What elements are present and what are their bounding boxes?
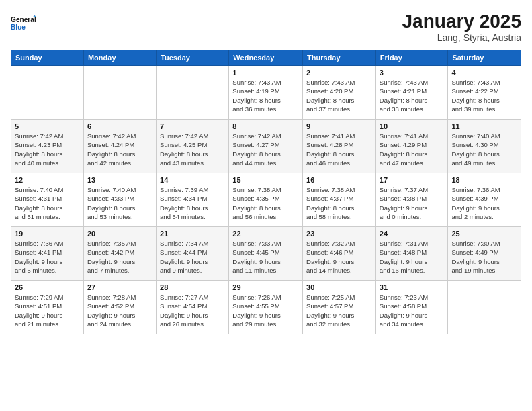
calendar-cell: 28Sunrise: 7:27 AM Sunset: 4:54 PM Dayli… [157,281,229,334]
day-number: 13 [87,176,152,184]
day-info: Sunrise: 7:28 AM Sunset: 4:52 PM Dayligh… [87,293,152,328]
day-number: 15 [232,176,299,184]
calendar-cell [448,281,521,334]
title-block: January 2025 Lang, Styria, Austria [402,11,521,43]
calendar-cell: 3Sunrise: 7:43 AM Sunset: 4:21 PM Daylig… [375,66,448,120]
calendar-cell: 25Sunrise: 7:30 AM Sunset: 4:49 PM Dayli… [448,227,521,281]
calendar-cell: 7Sunrise: 7:42 AM Sunset: 4:25 PM Daylig… [157,120,229,173]
calendar-cell: 6Sunrise: 7:42 AM Sunset: 4:24 PM Daylig… [83,120,156,173]
calendar-cell: 14Sunrise: 7:39 AM Sunset: 4:34 PM Dayli… [157,173,229,227]
day-info: Sunrise: 7:34 AM Sunset: 4:44 PM Dayligh… [160,239,225,275]
calendar-cell: 5Sunrise: 7:42 AM Sunset: 4:23 PM Daylig… [11,120,84,173]
location: Lang, Styria, Austria [402,32,521,43]
header-row: Sunday Monday Tuesday Wednesday Thursday… [11,50,521,66]
calendar-cell: 9Sunrise: 7:41 AM Sunset: 4:28 PM Daylig… [303,120,376,173]
calendar-cell: 11Sunrise: 7:40 AM Sunset: 4:30 PM Dayli… [448,120,521,173]
day-info: Sunrise: 7:37 AM Sunset: 4:38 PM Dayligh… [380,185,445,221]
col-wednesday: Wednesday [229,50,303,66]
day-info: Sunrise: 7:36 AM Sunset: 4:39 PM Dayligh… [451,185,517,221]
calendar-cell: 31Sunrise: 7:23 AM Sunset: 4:58 PM Dayli… [375,281,448,334]
day-info: Sunrise: 7:40 AM Sunset: 4:33 PM Dayligh… [87,185,152,221]
day-number: 28 [160,283,225,291]
day-number: 31 [380,283,445,291]
header: General Blue January 2025 Lang, Styria, … [11,11,521,43]
calendar-cell: 15Sunrise: 7:38 AM Sunset: 4:35 PM Dayli… [229,173,303,227]
calendar-cell: 26Sunrise: 7:29 AM Sunset: 4:51 PM Dayli… [11,281,84,334]
day-info: Sunrise: 7:25 AM Sunset: 4:57 PM Dayligh… [306,293,372,328]
day-number: 16 [306,176,372,184]
calendar-cell: 18Sunrise: 7:36 AM Sunset: 4:39 PM Dayli… [448,173,521,227]
day-number: 2 [306,68,372,77]
day-number: 18 [451,176,517,184]
day-number: 3 [380,68,445,77]
day-number: 24 [380,230,445,238]
day-number: 26 [15,283,80,291]
day-info: Sunrise: 7:40 AM Sunset: 4:30 PM Dayligh… [451,132,517,167]
calendar-week-4: 19Sunrise: 7:36 AM Sunset: 4:41 PM Dayli… [11,227,521,281]
calendar-cell: 4Sunrise: 7:43 AM Sunset: 4:22 PM Daylig… [448,66,521,120]
col-saturday: Saturday [448,50,521,66]
day-number: 21 [160,230,225,238]
day-number: 6 [87,122,152,130]
day-info: Sunrise: 7:41 AM Sunset: 4:28 PM Dayligh… [306,132,372,167]
svg-text:General: General [11,16,36,24]
day-info: Sunrise: 7:36 AM Sunset: 4:41 PM Dayligh… [15,239,80,275]
calendar-week-1: 1Sunrise: 7:43 AM Sunset: 4:19 PM Daylig… [11,66,521,120]
calendar-week-2: 5Sunrise: 7:42 AM Sunset: 4:23 PM Daylig… [11,120,521,173]
day-number: 1 [232,68,299,77]
day-info: Sunrise: 7:31 AM Sunset: 4:48 PM Dayligh… [380,239,445,275]
col-monday: Monday [83,50,156,66]
day-info: Sunrise: 7:42 AM Sunset: 4:27 PM Dayligh… [232,132,299,167]
calendar-cell [83,66,156,120]
calendar-cell: 17Sunrise: 7:37 AM Sunset: 4:38 PM Dayli… [375,173,448,227]
day-info: Sunrise: 7:42 AM Sunset: 4:24 PM Dayligh… [87,132,152,167]
day-number: 14 [160,176,225,184]
calendar-cell: 21Sunrise: 7:34 AM Sunset: 4:44 PM Dayli… [157,227,229,281]
day-info: Sunrise: 7:43 AM Sunset: 4:19 PM Dayligh… [232,78,299,113]
calendar-table: Sunday Monday Tuesday Wednesday Thursday… [11,50,521,334]
day-number: 9 [306,122,372,130]
col-friday: Friday [375,50,448,66]
calendar-cell: 19Sunrise: 7:36 AM Sunset: 4:41 PM Dayli… [11,227,84,281]
calendar-cell [11,66,84,120]
day-info: Sunrise: 7:39 AM Sunset: 4:34 PM Dayligh… [160,185,225,221]
col-sunday: Sunday [11,50,84,66]
day-number: 22 [232,230,299,238]
month-title: January 2025 [402,11,521,32]
calendar-cell: 27Sunrise: 7:28 AM Sunset: 4:52 PM Dayli… [83,281,156,334]
day-info: Sunrise: 7:42 AM Sunset: 4:25 PM Dayligh… [160,132,225,167]
day-number: 8 [232,122,299,130]
day-info: Sunrise: 7:41 AM Sunset: 4:29 PM Dayligh… [380,132,445,167]
day-number: 30 [306,283,372,291]
day-info: Sunrise: 7:27 AM Sunset: 4:54 PM Dayligh… [160,293,225,328]
col-thursday: Thursday [303,50,376,66]
day-number: 10 [380,122,445,130]
calendar-cell: 22Sunrise: 7:33 AM Sunset: 4:45 PM Dayli… [229,227,303,281]
calendar-cell: 2Sunrise: 7:43 AM Sunset: 4:20 PM Daylig… [303,66,376,120]
day-info: Sunrise: 7:29 AM Sunset: 4:51 PM Dayligh… [15,293,80,328]
day-info: Sunrise: 7:32 AM Sunset: 4:46 PM Dayligh… [306,239,372,275]
calendar-week-5: 26Sunrise: 7:29 AM Sunset: 4:51 PM Dayli… [11,281,521,334]
calendar-cell: 13Sunrise: 7:40 AM Sunset: 4:33 PM Dayli… [83,173,156,227]
day-info: Sunrise: 7:35 AM Sunset: 4:42 PM Dayligh… [87,239,152,275]
day-info: Sunrise: 7:38 AM Sunset: 4:35 PM Dayligh… [232,185,299,221]
calendar-week-3: 12Sunrise: 7:40 AM Sunset: 4:31 PM Dayli… [11,173,521,227]
col-tuesday: Tuesday [157,50,229,66]
day-info: Sunrise: 7:42 AM Sunset: 4:23 PM Dayligh… [15,132,80,167]
calendar-cell: 29Sunrise: 7:26 AM Sunset: 4:55 PM Dayli… [229,281,303,334]
day-number: 25 [451,230,517,238]
logo: General Blue [11,11,36,36]
calendar-cell: 8Sunrise: 7:42 AM Sunset: 4:27 PM Daylig… [229,120,303,173]
day-number: 5 [15,122,80,130]
day-number: 29 [232,283,299,291]
day-number: 19 [15,230,80,238]
calendar-cell: 20Sunrise: 7:35 AM Sunset: 4:42 PM Dayli… [83,227,156,281]
day-info: Sunrise: 7:30 AM Sunset: 4:49 PM Dayligh… [451,239,517,275]
calendar-cell: 30Sunrise: 7:25 AM Sunset: 4:57 PM Dayli… [303,281,376,334]
logo-svg: General Blue [11,11,36,36]
day-info: Sunrise: 7:43 AM Sunset: 4:21 PM Dayligh… [380,78,445,113]
day-number: 12 [15,176,80,184]
calendar-cell: 1Sunrise: 7:43 AM Sunset: 4:19 PM Daylig… [229,66,303,120]
calendar-cell [157,66,229,120]
calendar-cell: 10Sunrise: 7:41 AM Sunset: 4:29 PM Dayli… [375,120,448,173]
